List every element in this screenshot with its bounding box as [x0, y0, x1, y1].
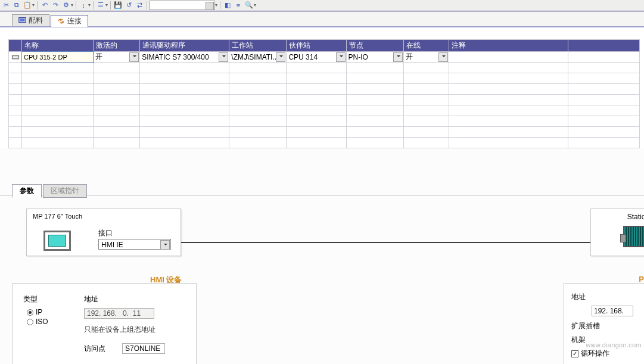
col-name[interactable]: 名称 — [22, 40, 94, 52]
driver-value: SIMATIC S7 300/400 — [142, 53, 209, 61]
cell-online[interactable]: 开 — [403, 52, 449, 63]
toolbar-sort-icon[interactable]: ↕ — [79, 1, 88, 10]
col-driver[interactable]: 通讯驱动程序 — [140, 40, 229, 52]
plc-addr-label: 地址 — [571, 292, 639, 302]
link-s-icon: S — [57, 17, 65, 25]
radio-iso[interactable]: ISO — [27, 318, 77, 326]
access-point-label: 访问点 — [84, 344, 105, 354]
cyclic-label: 循环操作 — [581, 349, 609, 359]
plc-rack-icon — [623, 226, 644, 247]
cyclic-check[interactable]: 循环操作 — [571, 349, 639, 359]
table-row[interactable] — [9, 63, 640, 73]
main-area: 配料 S 连接 名称 激活的 通讯驱动程序 工作站 伙伴站 节点 在线 注释 — [0, 11, 644, 364]
plc-device-panel: 地址 扩展插槽 机架 循环操作 — [564, 283, 644, 364]
connections-grid: 名称 激活的 通讯驱动程序 工作站 伙伴站 节点 在线 注释 开 SIMATIC… — [8, 39, 640, 148]
toolbar-sync-icon[interactable]: ↺ — [124, 1, 133, 10]
plc-addr-input[interactable] — [592, 306, 633, 316]
table-row[interactable] — [9, 73, 640, 84]
active-value: 开 — [95, 52, 102, 62]
toolbar-paste-icon[interactable]: 📋 — [23, 1, 32, 10]
table-row[interactable] — [9, 84, 640, 95]
toolbar-tool1-icon[interactable]: ⚙ — [61, 1, 71, 10]
top-tab-bar: 配料 S 连接 — [0, 12, 644, 27]
hmi-device-box: MP 177 6" Touch 接口 HMI IE — [26, 209, 181, 256]
toolbar-redo-icon[interactable]: ↷ — [51, 1, 60, 10]
property-tab-bar: 参数 区域指针 — [12, 184, 87, 198]
cell-comment[interactable] — [449, 52, 568, 63]
toolbar: ✂ ⧉ 📋▾ ↶ ↷ ⚙▾ ↕▾ ☰▾ 💾 ↺ ⇄ ▾ ◧ ≡ 🔍▾ — [0, 0, 644, 11]
cell-partner[interactable]: CPU 314 — [287, 52, 346, 63]
radio-icon — [27, 319, 33, 325]
workstation-value: \ZMJ\SIMATI... — [231, 53, 278, 61]
connection-diagram: MP 177 6" Touch 接口 HMI IE Station — [26, 209, 644, 268]
toolbar-list-icon[interactable]: ☰ — [96, 1, 105, 10]
radio-icon — [27, 309, 33, 316]
hmi-device-panel: 类型 IP ISO 地址 只能在设备上组态地址 访问点 — [12, 283, 197, 364]
cell-node[interactable]: PN-IO — [346, 52, 403, 63]
station-box: Station — [590, 209, 644, 256]
cell-name[interactable] — [22, 52, 94, 63]
interface-combo[interactable]: HMI IE — [98, 239, 171, 250]
cell-workstation[interactable]: \ZMJ\SIMATI... — [229, 52, 287, 63]
hmi-addr-label: 地址 — [84, 294, 185, 304]
row-icon — [11, 53, 20, 61]
hmi-addr-note: 只能在设备上组态地址 — [84, 325, 185, 335]
toolbar-undo-icon[interactable]: ↶ — [40, 1, 49, 10]
comment-input[interactable] — [449, 52, 568, 62]
name-input[interactable] — [22, 52, 93, 62]
toolbar-bookmark-icon[interactable]: ≡ — [234, 1, 243, 10]
device-panels: HMI 设备 类型 IP ISO 地址 只能在设备上组态地址 访问点 P 地址 … — [12, 271, 644, 364]
grid-header-row: 名称 激活的 通讯驱动程序 工作站 伙伴站 节点 在线 注释 — [9, 40, 640, 52]
col-workstation[interactable]: 工作站 — [229, 40, 287, 52]
tab-area-pointer[interactable]: 区域指针 — [43, 184, 87, 198]
hmi-panel-icon — [43, 231, 71, 251]
svg-rect-4 — [13, 56, 18, 58]
grid-corner — [9, 40, 22, 52]
type-label: 类型 — [23, 294, 77, 304]
tab-recipe[interactable]: 配料 — [12, 14, 49, 26]
property-divider — [0, 195, 644, 195]
cell-driver[interactable]: SIMATIC S7 300/400 — [140, 52, 229, 63]
col-comment[interactable]: 注释 — [449, 40, 568, 52]
col-online[interactable]: 在线 — [403, 40, 449, 52]
online-value: 开 — [406, 52, 413, 62]
radio-iso-label: ISO — [36, 318, 48, 326]
expansion-slot-label: 扩展插槽 — [571, 321, 639, 331]
table-row[interactable] — [9, 116, 640, 127]
hmi-addr-input — [84, 308, 154, 319]
toolbar-book-icon[interactable]: ◧ — [223, 1, 232, 10]
table-row[interactable]: 开 SIMATIC S7 300/400 \ZMJ\SIMATI... CPU … — [9, 52, 640, 63]
toolbar-cut-icon[interactable]: ✂ — [1, 1, 11, 10]
cell-active[interactable]: 开 — [94, 52, 140, 63]
radio-ip-label: IP — [36, 308, 42, 316]
tab-connections[interactable]: S 连接 — [51, 15, 88, 27]
table-row[interactable] — [9, 105, 640, 116]
toolbar-link-icon[interactable]: ⇄ — [135, 1, 144, 10]
col-active[interactable]: 激活的 — [94, 40, 140, 52]
interface-value: HMI IE — [99, 239, 126, 250]
node-value: PN-IO — [349, 53, 368, 61]
table-row[interactable] — [9, 138, 640, 148]
connections-grid-wrap: 名称 激活的 通讯驱动程序 工作站 伙伴站 节点 在线 注释 开 SIMATIC… — [0, 27, 644, 148]
table-row[interactable] — [9, 127, 640, 138]
tab-parameters[interactable]: 参数 — [12, 184, 42, 198]
access-point-input[interactable] — [122, 343, 165, 354]
radio-ip[interactable]: IP — [27, 308, 77, 316]
toolbar-zoom-icon[interactable]: 🔍 — [244, 1, 254, 10]
col-extra — [568, 40, 639, 52]
tab-recipe-label: 配料 — [29, 15, 43, 26]
table-row[interactable] — [9, 95, 640, 105]
monitor-icon — [18, 17, 26, 24]
station-label: Station — [591, 213, 644, 221]
hmi-device-name: MP 177 6" Touch — [33, 213, 175, 220]
plc-panel-title: P — [639, 275, 644, 284]
row-handle[interactable] — [9, 52, 22, 63]
toolbar-copy-icon[interactable]: ⧉ — [12, 1, 21, 10]
svg-text:S: S — [60, 17, 64, 24]
col-partner[interactable]: 伙伴站 — [287, 40, 346, 52]
cell-extra — [568, 52, 639, 63]
col-node[interactable]: 节点 — [346, 40, 403, 52]
toolbar-save-icon[interactable]: 💾 — [113, 1, 123, 10]
checkbox-icon — [571, 350, 578, 357]
toolbar-combo[interactable] — [150, 1, 215, 10]
